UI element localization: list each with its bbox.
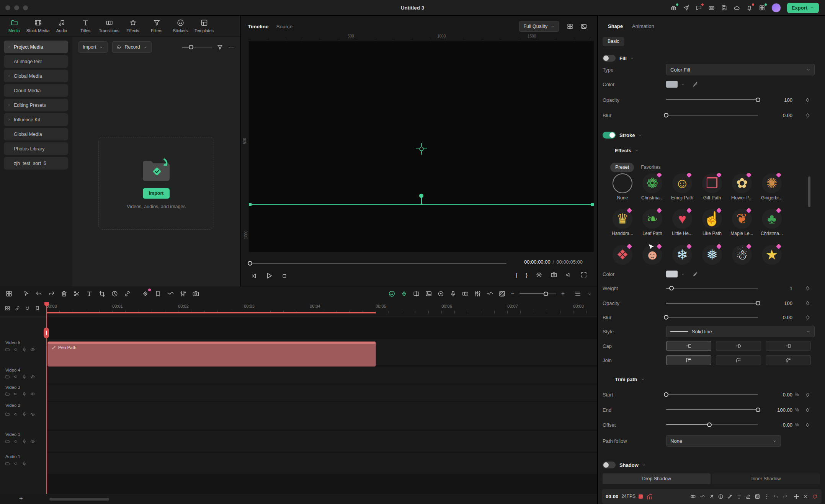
sticker-icon[interactable] <box>388 290 395 297</box>
redo-icon[interactable] <box>782 494 788 499</box>
sidebar-item-influence-kit[interactable]: Influence Kit <box>4 113 68 126</box>
preset-snowflake-2[interactable]: ❅ <box>697 245 727 270</box>
path-follow-dropdown[interactable]: None <box>666 435 781 447</box>
mic-icon[interactable] <box>22 374 27 379</box>
stroke-blur-slider[interactable] <box>666 317 758 318</box>
undo-icon[interactable] <box>35 290 42 297</box>
clip-pen-path[interactable]: Pen Path <box>47 341 376 367</box>
play-button[interactable] <box>265 271 273 280</box>
background-image-icon[interactable] <box>580 23 587 30</box>
anchor-crosshair-icon[interactable] <box>415 142 428 156</box>
eye-icon[interactable] <box>30 374 35 379</box>
curve-icon[interactable] <box>699 494 705 499</box>
path-endpoint-handle[interactable] <box>591 203 594 206</box>
gift-icon[interactable] <box>670 5 677 11</box>
timeline-zoom-slider[interactable] <box>520 294 556 294</box>
preset-christmas-tree[interactable]: ♣Christma... <box>757 209 787 239</box>
freeze-frame-icon[interactable] <box>425 290 432 297</box>
inner-shadow-button[interactable]: Inner Shadow <box>712 473 820 484</box>
eraser-icon[interactable] <box>745 494 751 499</box>
sidebar-item-project-media[interactable]: Project Media <box>4 41 68 53</box>
keyframe-diamond-icon[interactable] <box>805 97 810 103</box>
audio-mixer-icon[interactable] <box>180 290 187 297</box>
text-icon[interactable] <box>736 494 742 499</box>
ripple-icon[interactable] <box>498 290 506 297</box>
speaker-icon[interactable] <box>13 412 18 417</box>
zoom-out-button[interactable]: − <box>511 290 514 297</box>
crop-icon[interactable] <box>98 290 106 297</box>
redo-icon[interactable] <box>48 290 55 297</box>
render-preview-icon[interactable] <box>167 290 174 297</box>
mic-icon[interactable] <box>22 461 27 466</box>
record-stop-icon[interactable] <box>639 494 643 499</box>
previous-frame-button[interactable] <box>250 272 257 279</box>
fill-opacity-slider[interactable] <box>666 99 758 100</box>
import-dropzone[interactable]: Import Videos, audios, and images <box>98 137 214 230</box>
text-tool-icon[interactable] <box>86 290 93 297</box>
sidebar-item-global-media-2[interactable]: Global Media <box>4 128 68 140</box>
fill-type-dropdown[interactable]: Color Fill <box>666 64 815 75</box>
layout-mode-icon[interactable] <box>567 23 573 30</box>
join-miter-button[interactable] <box>666 355 711 365</box>
undo-icon[interactable] <box>773 494 779 499</box>
stroke-style-dropdown[interactable]: Solid line <box>666 326 815 337</box>
keyframe-diamond-icon[interactable] <box>805 285 810 291</box>
track-list-icon[interactable] <box>574 290 582 297</box>
path-control-handle[interactable] <box>419 194 423 198</box>
mic-icon[interactable] <box>22 439 27 444</box>
keyframe-diamond-icon[interactable] <box>805 113 810 118</box>
mic-icon[interactable] <box>22 412 27 417</box>
cap-square-button[interactable] <box>766 341 811 351</box>
join-round-button[interactable] <box>716 355 761 365</box>
keyframe-diamond-icon[interactable] <box>805 315 810 320</box>
tab-transitions[interactable]: Transitions <box>97 16 121 36</box>
basic-tab[interactable]: Basic <box>603 37 624 46</box>
folder-icon[interactable] <box>5 439 10 444</box>
tab-effects[interactable]: Effects <box>121 16 145 36</box>
mixer-icon[interactable] <box>474 290 481 297</box>
timeline-ruler[interactable]: 00:00 00:01 00:02 00:03 00:04 00:05 00:0… <box>46 304 597 316</box>
sidebar-item-photos-library[interactable]: Photos Library <box>4 142 68 155</box>
tab-shape[interactable]: Shape <box>608 23 623 29</box>
cap-butt-button[interactable] <box>666 341 711 351</box>
keyframe-diamond-icon[interactable] <box>805 300 810 306</box>
view-mode-icon[interactable] <box>5 305 10 311</box>
shadow-toggle[interactable] <box>603 462 616 468</box>
mark-out-button[interactable]: } <box>526 272 528 278</box>
preset-christmas-wreath[interactable]: ❁Christma... <box>637 173 667 204</box>
trim-offset-slider[interactable] <box>666 424 758 425</box>
window-minimize-button[interactable] <box>14 5 19 10</box>
stop-button[interactable] <box>281 272 288 279</box>
pen-path-line[interactable] <box>250 204 593 205</box>
mic-icon[interactable] <box>22 347 27 352</box>
chevron-down-icon[interactable] <box>630 56 634 60</box>
notifications-icon[interactable] <box>746 5 753 11</box>
cloud-icon[interactable] <box>734 5 740 11</box>
folder-icon[interactable] <box>5 347 10 352</box>
tab-titles[interactable]: Titles <box>74 16 97 36</box>
stroke-color-swatch[interactable] <box>666 271 678 277</box>
tab-audio[interactable]: Audio <box>50 16 74 36</box>
chevron-down-icon[interactable] <box>681 82 685 86</box>
sidebar-item-editing-presets[interactable]: Editing Presets <box>4 99 68 111</box>
speaker-icon[interactable] <box>13 391 18 396</box>
preset-gingerbread[interactable]: ✺Gingerbr... <box>757 173 787 204</box>
keyboard-icon[interactable] <box>708 5 715 11</box>
audio-stretch-icon[interactable] <box>486 290 493 297</box>
split-view-icon[interactable] <box>413 290 420 297</box>
preset-snowflake[interactable]: ❄ <box>667 245 697 270</box>
preset-emoji-path[interactable]: ☺Emoji Path <box>667 173 697 204</box>
send-icon[interactable] <box>683 5 689 11</box>
split-clip-icon[interactable] <box>73 290 80 297</box>
chevron-down-icon[interactable] <box>642 463 646 467</box>
sidebar-item-cloud-media[interactable]: Cloud Media <box>4 84 68 97</box>
folder-icon[interactable] <box>5 461 10 466</box>
path-endpoint-handle[interactable] <box>249 203 252 206</box>
record-pause-icon[interactable] <box>646 493 652 499</box>
snapshot-icon[interactable] <box>551 271 557 278</box>
track-header[interactable]: Video 1 <box>0 431 46 452</box>
speaker-icon[interactable] <box>13 347 18 352</box>
link-icon[interactable] <box>124 290 131 297</box>
preset-tab[interactable]: Preset <box>610 163 634 172</box>
chevron-down-icon[interactable] <box>640 377 645 382</box>
